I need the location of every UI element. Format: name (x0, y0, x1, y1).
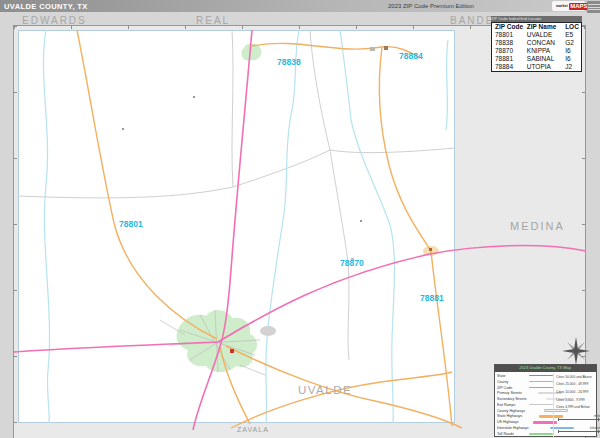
neighbor-county-label-real: REAL (196, 15, 230, 26)
zip-name-cell: CONCAN (524, 39, 562, 47)
legend-city-label: Cities 50,000 and Above (556, 375, 592, 378)
legend-label: US Highways (497, 420, 519, 424)
legend-swatch (529, 433, 553, 436)
neighbor-county-label-medina: MEDINA (510, 220, 565, 232)
grid-ticks-left (14, 26, 17, 438)
legend-swatch (529, 387, 553, 388)
legend-label: Toll Roads (497, 432, 514, 436)
legend-city-row: Cities 5,000 - 9,999City (556, 396, 600, 404)
edition-label: 2023 ZIP Code Premium Edition (388, 3, 474, 9)
zip-loc-cell: G2 (562, 39, 581, 47)
zip-code-cell: 78881 (492, 55, 524, 63)
zip-name-cell: UVALDE (524, 31, 562, 39)
legend-city-items: Cities 50,000 and AboveCity Cities 25,00… (553, 373, 600, 437)
county-name-label: UVALDE (298, 384, 352, 396)
zip-table-row: 78870 KNIPPA I6 (492, 47, 582, 55)
zip-code-label-78881: 78881 (420, 293, 444, 303)
legend-city-row: Cities 10,000 - 24,999City (556, 388, 600, 396)
map-legend: 2023 Uvalde County, TX Map State County … (494, 364, 597, 437)
zip-code-label-78870: 78870 (340, 258, 364, 268)
scale-bar-label: kilometers (573, 426, 600, 430)
page-title: UVALDE COUNTY, TX (4, 2, 88, 11)
legend-city-row: Cities 4,999 and BelowCity (556, 403, 600, 411)
col-header-zip-code: ZIP Code (492, 23, 524, 32)
scale-bar-line (558, 419, 600, 423)
zip-code-cell: 78884 (492, 63, 524, 72)
legend-label: County (497, 380, 508, 384)
map-product-page: EDWARDS REAL BANDERA MEDINA ZAVALA UVALD… (0, 0, 600, 438)
legend-city-label: Cities 10,000 - 24,999 (556, 390, 588, 393)
legend-city-label: Cities 5,000 - 9,999 (556, 398, 585, 401)
legend-swatch (529, 381, 553, 382)
brand-logo-maps-text: MAPS (569, 3, 588, 10)
zip-code-cell: 78801 (492, 31, 524, 39)
legend-label: State (497, 374, 505, 378)
zip-table-header-row: ZIP Code ZIP Name LOC (492, 23, 582, 32)
neighbor-county-label-zavala: ZAVALA (237, 426, 269, 433)
legend-swatch (529, 375, 553, 376)
legend-city-label: Cities 4,999 and Below (556, 406, 590, 409)
scale-bar-kilometers: kilometers (556, 425, 600, 435)
legend-city-row: Cities 50,000 and AboveCity (556, 373, 600, 381)
zip-loc-cell: J2 (562, 63, 581, 72)
zip-name-cell: KNIPPA (524, 47, 562, 55)
legend-label: State Highways (497, 415, 522, 419)
legend-label: Secondary Streets (497, 397, 527, 401)
col-header-zip-name: ZIP Name (524, 23, 562, 32)
zip-table-row: 78838 CONCAN G2 (492, 39, 582, 47)
logo-side-box (587, 1, 600, 13)
neighbor-county-label-edwards: EDWARDS (22, 15, 87, 26)
brand-logo: market MAPS (552, 1, 585, 11)
legend-line-items: State County ZIP Code Primary Streets Se… (497, 373, 553, 437)
zip-loc-cell: I6 (562, 55, 581, 63)
zip-code-label-78884: 78884 (399, 51, 423, 61)
legend-label: Interstate Highways (497, 426, 529, 430)
legend-row-toll-roads: Toll Roads (497, 431, 553, 437)
zip-name-cell: SABINAL (524, 55, 562, 63)
compass-rose-icon (561, 336, 591, 366)
legend-label: County Highways (497, 409, 525, 413)
zip-table-row: 78884 UTOPIA J2 (492, 63, 582, 72)
zip-index-table: ZIP Code Index/Grid Locator ZIP Code ZIP… (491, 16, 582, 72)
legend-label: Exit Ramps (497, 403, 515, 407)
zip-loc-cell: E5 (562, 31, 581, 39)
legend-city-row: Cities 25,000 - 49,999City (556, 381, 600, 389)
title-bar: UVALDE COUNTY, TX 2023 ZIP Code Premium … (0, 0, 600, 12)
col-header-loc: LOC (562, 23, 581, 32)
legend-title: 2023 Uvalde County, TX Map (495, 365, 596, 372)
zip-loc-cell: I6 (562, 47, 581, 55)
legend-swatch (529, 404, 553, 405)
legend-label: ZIP Code (497, 386, 512, 390)
legend-label: Primary Streets (497, 391, 522, 395)
legend-city-label: Cities 25,000 - 49,999 (556, 383, 588, 386)
uvalde-county-region (18, 30, 455, 423)
zip-table-row: 78881 SABINAL I6 (492, 55, 582, 63)
brand-logo-text: market (556, 4, 568, 8)
zip-code-label-78801: 78801 (119, 219, 143, 229)
scale-bar-line (558, 431, 600, 435)
scale-bar-miles: miles (556, 413, 600, 423)
zip-code-cell: 78838 (492, 39, 524, 47)
scale-bar-label: miles (573, 414, 600, 418)
zip-code-label-78838: 78838 (277, 57, 301, 67)
zip-table-row: 78801 UVALDE E5 (492, 31, 582, 39)
zip-code-cell: 78870 (492, 47, 524, 55)
zip-name-cell: UTOPIA (524, 63, 562, 72)
